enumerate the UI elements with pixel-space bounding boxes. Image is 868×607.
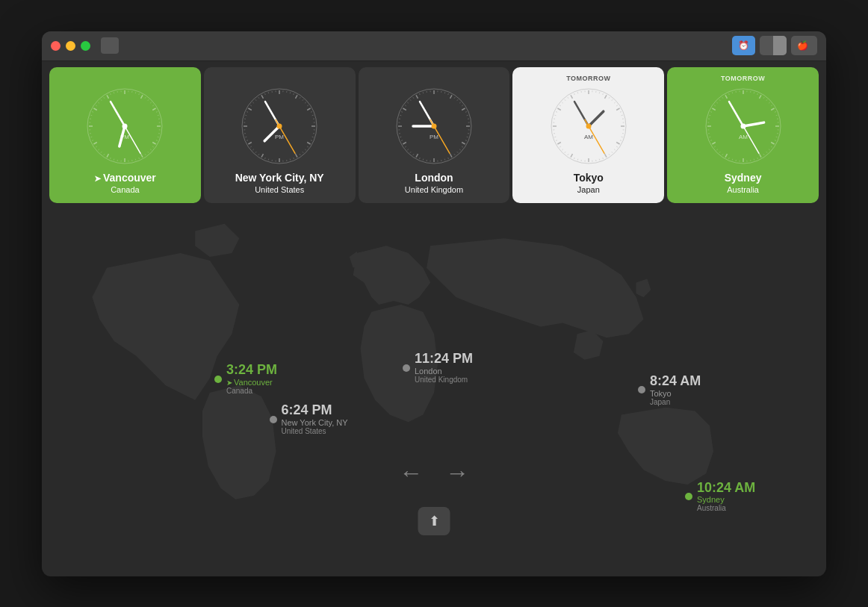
svg-line-277 — [775, 115, 777, 116]
svg-point-131 — [277, 123, 282, 128]
svg-line-7 — [145, 97, 146, 99]
clock-icon: ⏰ — [738, 40, 749, 51]
svg-line-284 — [775, 140, 776, 140]
svg-line-38 — [101, 152, 102, 153]
svg-line-223 — [609, 154, 610, 155]
marker-dot-tokyo — [638, 386, 645, 393]
time-scroll: ← → — [399, 459, 469, 487]
12h-button[interactable] — [760, 36, 773, 55]
svg-line-74 — [303, 99, 303, 101]
svg-line-52 — [96, 105, 98, 105]
svg-line-249 — [557, 108, 560, 110]
add-clock-button[interactable] — [101, 37, 119, 54]
svg-line-218 — [620, 140, 621, 140]
clock-card-newyork[interactable]: PM New York City, NYUnited States — [204, 67, 356, 203]
clock-card-sydney[interactable]: TOMORROW AM SydneyAustralia — [667, 67, 819, 203]
scroll-back-button[interactable]: ← — [399, 459, 423, 487]
svg-line-271 — [763, 97, 764, 99]
clock-city-london: London — [415, 172, 453, 184]
svg-point-263 — [586, 123, 591, 128]
clock-view-button[interactable]: ⏰ — [732, 36, 755, 55]
svg-line-211 — [621, 115, 622, 116]
svg-line-90 — [303, 152, 303, 153]
marker-country-vancouver: Canada — [226, 387, 277, 395]
svg-line-20 — [156, 140, 158, 140]
svg-line-140 — [457, 99, 458, 101]
svg-line-10 — [153, 105, 155, 105]
clock-card-tokyo[interactable]: TOMORROW AM TokyoJapan — [512, 67, 664, 203]
svg-line-317 — [716, 102, 718, 102]
share-button[interactable]: ⬆ — [418, 507, 450, 535]
svg-line-318 — [719, 99, 719, 101]
svg-line-290 — [759, 154, 761, 157]
svg-line-303 — [716, 149, 718, 149]
svg-line-35 — [111, 158, 111, 159]
svg-line-109 — [245, 137, 247, 137]
svg-line-86 — [311, 140, 312, 140]
svg-line-22 — [153, 146, 155, 147]
svg-line-25 — [145, 154, 146, 155]
svg-line-226 — [599, 158, 600, 160]
clock-country-vancouver: Canada — [111, 185, 140, 194]
svg-line-224 — [604, 154, 607, 157]
svg-line-306 — [710, 140, 712, 140]
svg-line-156 — [457, 152, 458, 153]
svg-line-137 — [448, 93, 449, 95]
svg-line-316 — [714, 105, 716, 105]
svg-line-88 — [307, 146, 309, 147]
svg-line-250 — [559, 105, 561, 105]
tomorrow-label-sydney: TOMORROW — [721, 75, 765, 82]
ios-app-button[interactable]: 🍎 — [791, 36, 817, 55]
svg-line-55 — [104, 97, 105, 99]
svg-line-49 — [91, 115, 93, 116]
svg-line-273 — [769, 102, 770, 102]
svg-line-208 — [616, 105, 618, 105]
svg-text:AM: AM — [739, 134, 748, 140]
svg-line-144 — [465, 111, 467, 112]
clock-card-vancouver[interactable]: PM ➤VancouverCanada — [49, 67, 201, 203]
close-button[interactable] — [51, 41, 61, 51]
svg-line-138 — [450, 95, 452, 98]
svg-line-289 — [763, 154, 764, 155]
svg-line-136 — [444, 92, 445, 93]
svg-line-321 — [728, 93, 729, 95]
svg-line-89 — [305, 149, 306, 149]
maximize-button[interactable] — [81, 41, 90, 51]
svg-line-145 — [467, 115, 468, 116]
svg-line-28 — [136, 158, 137, 160]
svg-line-206 — [612, 99, 613, 101]
svg-line-50 — [92, 111, 93, 112]
svg-line-299 — [728, 158, 729, 159]
marker-time-vancouver: 3:24 PM — [226, 363, 277, 378]
svg-line-313 — [709, 115, 710, 116]
marker-time-tokyo: 8:24 AM — [650, 374, 701, 389]
time-marker-vancouver: 3:24 PM ➤Vancouver Canada — [214, 363, 277, 395]
marker-country-london: United Kingdom — [415, 376, 473, 384]
time-marker-tokyo: 8:24 AM Tokyo Japan — [638, 374, 701, 406]
svg-line-202 — [599, 92, 600, 93]
scroll-forward-button[interactable]: → — [445, 459, 469, 487]
svg-line-274 — [771, 105, 772, 105]
svg-line-79 — [312, 115, 314, 116]
svg-line-251 — [562, 102, 563, 102]
svg-line-302 — [719, 152, 719, 153]
marker-info-sydney: 10:24 AM Sydney Australia — [697, 481, 755, 513]
marker-dot-vancouver — [214, 376, 222, 383]
svg-line-152 — [465, 140, 467, 140]
clock-country-tokyo: Japan — [577, 185, 600, 194]
svg-line-172 — [405, 146, 406, 147]
svg-line-77 — [307, 108, 310, 110]
minimize-button[interactable] — [66, 41, 75, 51]
svg-line-115 — [245, 115, 247, 116]
clocks-strip: PM ➤VancouverCanada PM New York City, NY… — [42, 61, 826, 209]
clock-card-london[interactable]: PM LondonUnited Kingdom — [359, 67, 510, 203]
marker-time-sydney: 10:24 AM — [697, 481, 755, 496]
svg-line-91 — [300, 154, 300, 155]
svg-line-19 — [158, 137, 159, 137]
apple-icon: 🍎 — [797, 40, 808, 51]
marker-city-sydney: Sydney — [697, 495, 755, 504]
svg-line-122 — [261, 95, 264, 98]
svg-line-142 — [462, 105, 463, 105]
24h-button[interactable] — [773, 36, 787, 55]
svg-text:PM: PM — [430, 134, 438, 140]
